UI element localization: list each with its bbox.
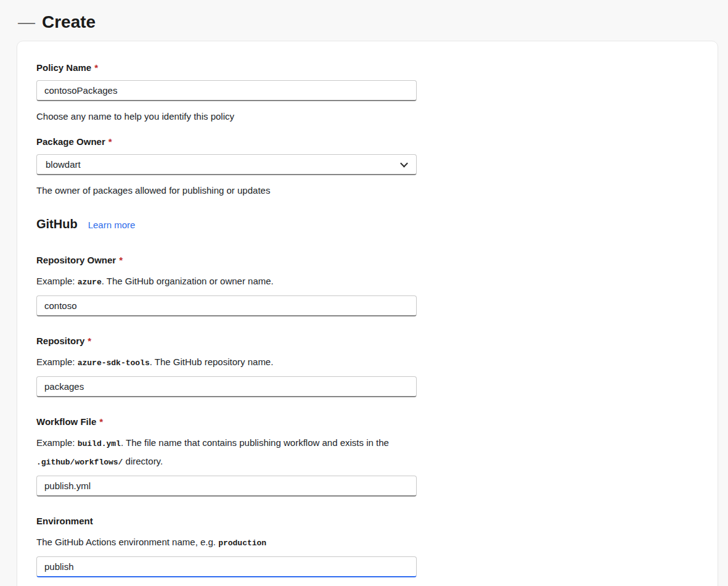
workflow-file-label-text: Workflow File [36, 416, 96, 427]
environment-label: Environment [36, 515, 417, 527]
repository-input[interactable] [36, 376, 417, 397]
desc-text: directory. [123, 456, 163, 466]
page-title: — Create [18, 12, 718, 32]
collapse-dash-icon: — [18, 14, 35, 31]
workflow-file-label: Workflow File* [36, 416, 417, 428]
desc-code: production [218, 539, 266, 548]
package-owner-label-text: Package Owner [36, 136, 105, 147]
workflow-file-input[interactable] [36, 476, 417, 497]
workflow-file-description: Example: build.yml. The file name that c… [36, 434, 417, 471]
desc-text: Example: [36, 276, 78, 286]
desc-text: . The file name that contains publishing… [121, 437, 389, 448]
desc-code: azure [78, 278, 102, 287]
repository-owner-input[interactable] [36, 295, 417, 316]
repository-label-text: Repository [36, 336, 84, 346]
desc-text: . The GitHub repository name. [150, 357, 274, 367]
package-owner-select-wrap: blowdart [36, 154, 417, 175]
required-asterisk: * [119, 255, 123, 265]
desc-text: Example: [36, 437, 78, 448]
page-title-text: Create [42, 12, 96, 32]
create-policy-card: Policy Name* Choose any name to help you… [17, 41, 718, 586]
policy-name-label-text: Policy Name [36, 62, 91, 73]
github-section-header: GitHub Learn more [36, 217, 701, 231]
desc-code: azure-sdk-tools [78, 358, 150, 368]
desc-text: The GitHub Actions environment name, e.g… [36, 537, 218, 547]
repository-label: Repository* [36, 335, 417, 347]
field-repository: Repository* Example: azure-sdk-tools. Th… [36, 335, 417, 397]
desc-text: Example: [36, 357, 78, 367]
environment-description: The GitHub Actions environment name, e.g… [36, 534, 417, 552]
required-asterisk: * [108, 136, 112, 147]
required-asterisk: * [99, 416, 103, 427]
policy-name-input[interactable] [36, 80, 417, 101]
desc-code: build.yml [78, 439, 121, 448]
package-owner-select[interactable]: blowdart [36, 154, 417, 175]
github-section-heading: GitHub [36, 217, 78, 231]
field-workflow-file: Workflow File* Example: build.yml. The f… [36, 416, 417, 497]
required-asterisk: * [94, 62, 98, 73]
desc-code: .github/workflows/ [36, 458, 123, 467]
policy-name-label: Policy Name* [36, 62, 417, 74]
field-package-owner: Package Owner* blowdart The owner of pac… [36, 136, 417, 197]
required-asterisk: * [88, 336, 91, 346]
environment-input[interactable] [36, 556, 417, 577]
repository-description: Example: azure-sdk-tools. The GitHub rep… [36, 353, 417, 372]
desc-text: . The GitHub organization or owner name. [102, 276, 274, 286]
policy-name-help: Choose any name to help you identify thi… [36, 110, 417, 123]
field-environment: Environment The GitHub Actions environme… [36, 515, 417, 577]
repository-owner-label: Repository Owner* [36, 254, 417, 266]
repository-owner-description: Example: azure. The GitHub organization … [36, 273, 417, 291]
learn-more-link[interactable]: Learn more [88, 220, 136, 230]
package-owner-help: The owner of packages allowed for publis… [36, 184, 417, 197]
field-repository-owner: Repository Owner* Example: azure. The Gi… [36, 254, 417, 316]
environment-label-text: Environment [36, 516, 93, 526]
field-policy-name: Policy Name* Choose any name to help you… [36, 62, 417, 123]
package-owner-label: Package Owner* [36, 136, 417, 148]
repository-owner-label-text: Repository Owner [36, 255, 116, 265]
